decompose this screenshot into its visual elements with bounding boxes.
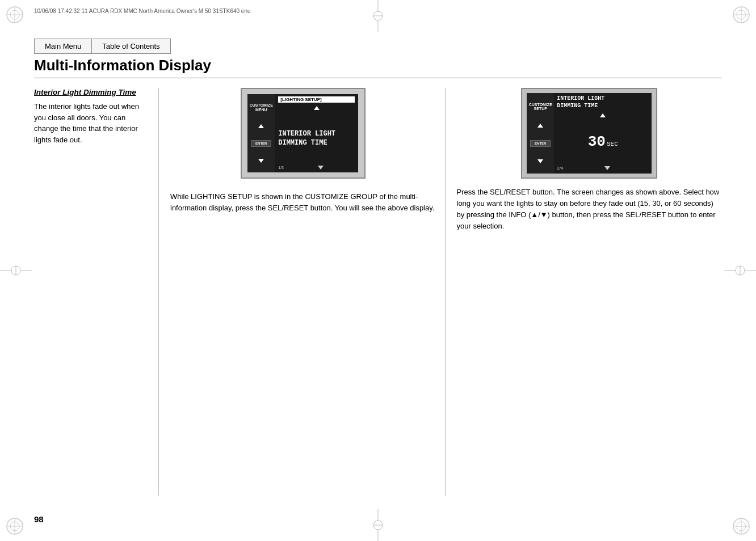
- screen-caption-2: Press the SEL/RESET button. The screen c…: [457, 187, 723, 233]
- middle-column: CUSTOMIZEMENU ENTER [LIGHTING SETUP]: [159, 88, 446, 496]
- page-number: 98: [34, 514, 44, 524]
- table-of-contents-button[interactable]: Table of Contents: [91, 39, 170, 54]
- right-column: CUSTOMIZESETUP ENTER INTERIOR LI: [446, 88, 723, 496]
- lcd-left-panel-2: CUSTOMIZESETUP ENTER: [527, 93, 554, 174]
- crosshair-top: [371, 0, 385, 32]
- triangle-down-1: [258, 159, 264, 163]
- triangle-down-2: [537, 159, 543, 163]
- screen-caption-1: While LIGHTING SETUP is shown in the CUS…: [170, 191, 436, 213]
- enter-btn-1: ENTER: [251, 140, 271, 147]
- main-menu-button[interactable]: Main Menu: [34, 39, 91, 54]
- footer-triangle-1: [318, 166, 324, 170]
- left-column: Interior Light Dimming Time The interior…: [34, 88, 159, 496]
- screen2-value: 30: [588, 133, 606, 150]
- lcd-left-panel-1: CUSTOMIZEMENU ENTER: [247, 94, 275, 172]
- lcd-main-text-1: INTERIOR LIGHT DIMMING TIME: [278, 114, 355, 164]
- screen2-fraction: 2/4: [557, 166, 563, 171]
- customize-label-1: CUSTOMIZEMENU: [250, 103, 273, 112]
- navigation-bar: Main Menu Table of Contents: [34, 39, 722, 54]
- metadata-line: 10/06/08 17:42:32 11 ACURA RDX MMC North…: [34, 8, 251, 14]
- corner-decoration-br: [731, 516, 751, 536]
- screen2-heading2: DIMMING TIME: [557, 102, 604, 109]
- corner-decoration-tr: [731, 5, 751, 25]
- section-title: Interior Light Dimming Time: [34, 88, 149, 96]
- lcd-screen-1: CUSTOMIZEMENU ENTER [LIGHTING SETUP]: [241, 88, 366, 179]
- lcd-screen-2: CUSTOMIZESETUP ENTER INTERIOR LI: [521, 88, 657, 179]
- customize-label-2: CUSTOMIZESETUP: [529, 103, 552, 111]
- page-title: Multi-Information Display: [34, 57, 722, 78]
- top-triangle-1: [314, 106, 320, 110]
- fraction-1: 1/3: [278, 166, 284, 170]
- section-body: The interior lights fade out when you cl…: [34, 101, 149, 145]
- enter-btn-2: ENTER: [530, 140, 551, 147]
- crosshair-right: [724, 264, 756, 277]
- footer-triangle-2: [604, 166, 610, 170]
- screen2-heading1: INTERIOR LIGHT: [557, 95, 604, 102]
- corner-decoration-tl: [5, 5, 25, 25]
- triangle-up-1: [258, 124, 264, 128]
- crosshair-left: [0, 264, 32, 277]
- header-box-1: [LIGHTING SETUP]: [278, 96, 355, 103]
- crosshair-bottom: [371, 509, 385, 541]
- triangle-up-2: [537, 124, 543, 128]
- corner-decoration-bl: [5, 516, 25, 536]
- content-area: Interior Light Dimming Time The interior…: [34, 88, 722, 496]
- lcd-right-panel-1: [LIGHTING SETUP] INTERIOR LIGHT DIMMING …: [275, 94, 358, 172]
- screen2-unit: SEC: [607, 141, 618, 147]
- top-triangle-2: [600, 113, 606, 117]
- lcd-footer-1: 1/3: [278, 165, 355, 170]
- lcd-right-panel-2: INTERIOR LIGHT DIMMING TIME 30 SEC: [554, 93, 652, 174]
